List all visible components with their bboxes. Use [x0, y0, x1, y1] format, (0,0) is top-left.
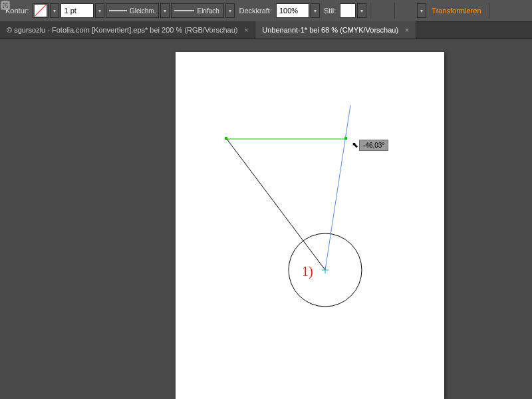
- transform-link[interactable]: Transformieren: [428, 7, 485, 15]
- align-dropdown[interactable]: ▾: [417, 3, 426, 18]
- path-line: [227, 139, 325, 270]
- stroke-profile-dropdown[interactable]: ▾: [160, 3, 170, 18]
- isolate-icon[interactable]: [493, 3, 510, 19]
- style-swatch[interactable]: [340, 3, 356, 18]
- close-icon[interactable]: ×: [244, 27, 248, 34]
- stroke-profile[interactable]: Gleichm.: [106, 3, 159, 18]
- workspace[interactable]: 1) ⬉ -46,03°: [0, 39, 532, 399]
- stroke-weight-input[interactable]: [61, 3, 94, 18]
- opacity-input[interactable]: [276, 3, 309, 18]
- close-icon[interactable]: ×: [405, 27, 409, 34]
- canvas-drawing: [176, 52, 444, 399]
- options-bar: Kontur: ▾ ▾ Gleichm. ▾ Einfach ▾ Deckkra…: [0, 0, 532, 22]
- align-icon[interactable]: [398, 3, 416, 19]
- document-tabs: © sgursozlu - Fotolia.com [Konvertiert].…: [0, 22, 532, 39]
- drag-preview-line: [325, 105, 350, 270]
- tab-document-1[interactable]: © sgursozlu - Fotolia.com [Konvertiert].…: [0, 21, 255, 39]
- brush-definition[interactable]: Einfach: [171, 3, 224, 18]
- edit-icon[interactable]: [511, 3, 529, 19]
- opacity-label: Deckkraft:: [236, 7, 275, 15]
- tab-document-2[interactable]: Unbenannt-1* bei 68 % (CMYK/Vorschau) ×: [255, 21, 416, 39]
- brush-dropdown[interactable]: ▾: [225, 3, 235, 18]
- step-number-label: 1): [302, 264, 313, 279]
- stroke-weight-dropdown[interactable]: ▾: [95, 3, 104, 18]
- recolor-icon[interactable]: [374, 3, 391, 19]
- cursor-icon: ⬉: [352, 140, 358, 150]
- stroke-color-dropdown[interactable]: ▾: [50, 3, 59, 18]
- tab-label: Unbenannt-1* bei 68 % (CMYK/Vorschau): [262, 26, 398, 34]
- angle-tooltip: -46,03°: [359, 140, 388, 151]
- style-label: Stil:: [321, 7, 338, 15]
- tab-label: © sgursozlu - Fotolia.com [Konvertiert].…: [7, 26, 237, 34]
- anchor-point-icon: [322, 267, 329, 273]
- opacity-dropdown[interactable]: ▾: [311, 3, 320, 18]
- artboard[interactable]: 1) ⬉ -46,03°: [176, 52, 444, 399]
- stroke-color-swatch[interactable]: [33, 3, 49, 18]
- style-dropdown[interactable]: ▾: [357, 3, 366, 18]
